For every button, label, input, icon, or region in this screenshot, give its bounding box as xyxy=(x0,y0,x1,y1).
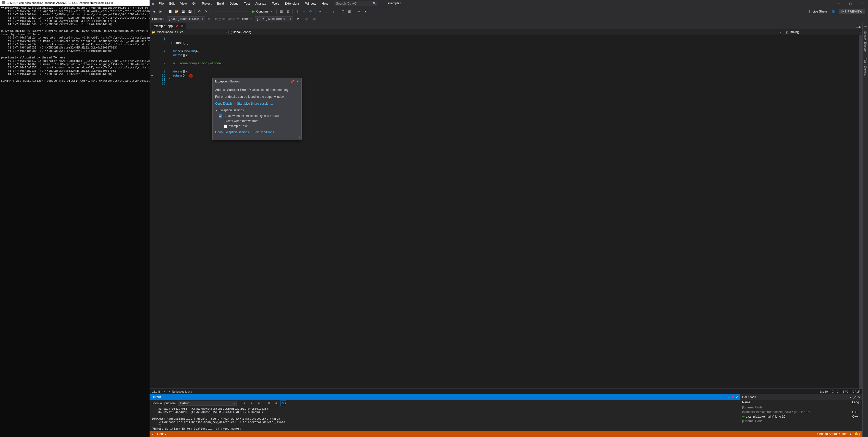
callstack-row[interactable]: ➜example1.exe!main() Line 10C++ xyxy=(740,414,862,419)
function-scope-combo[interactable]: ◧ main() ▾ xyxy=(783,30,862,34)
no-issues-indicator[interactable]: ●No issues found xyxy=(169,390,192,393)
close-icon[interactable]: ✕ xyxy=(736,396,738,399)
window-position-icon[interactable]: ▾ xyxy=(727,396,729,399)
col-name[interactable]: Name xyxy=(740,400,851,405)
clear-icon[interactable]: ✕ xyxy=(266,401,272,406)
menu-extensions[interactable]: Extensions xyxy=(282,1,302,6)
step-into-icon[interactable]: ↓ xyxy=(324,9,330,14)
copy-details-link[interactable]: Copy Details xyxy=(215,102,232,105)
edit-conditions-link[interactable]: Edit Conditions xyxy=(253,130,274,134)
menu-tools[interactable]: Tools xyxy=(269,1,281,6)
zoom-level[interactable]: 111 % xyxy=(152,390,160,393)
add-tab-icon[interactable]: ✚ xyxy=(858,26,861,29)
project-scope-combo[interactable]: 📁 Miscellaneous Files ▾ xyxy=(150,30,229,34)
pin-icon[interactable]: 📌 xyxy=(175,25,178,28)
menu-edit[interactable]: Edit xyxy=(167,1,177,6)
code-editor[interactable]: ➜ 123456789101112 ⊟int main() { int *x =… xyxy=(150,35,862,388)
process-combo[interactable]: [30008] example1.exe▾ xyxy=(167,16,205,22)
menu-debug[interactable]: Debug xyxy=(227,1,241,6)
pin-icon[interactable]: 📌 xyxy=(290,80,294,84)
debug-tool-icon[interactable]: ▦ xyxy=(278,9,284,14)
editor-scrollbar[interactable] xyxy=(859,35,862,388)
open-file-icon[interactable]: 📂 xyxy=(174,9,179,14)
break-when-checkbox[interactable]: Break when this exception type is thrown xyxy=(219,114,299,118)
tab-dropdown-icon[interactable]: ▾ xyxy=(856,26,858,29)
pin-icon[interactable]: 📌 xyxy=(731,396,734,399)
solution-explorer-tab[interactable]: Solution Explorer xyxy=(863,29,867,55)
menu-analyze[interactable]: Analyze xyxy=(253,1,269,6)
eol-indicator[interactable]: CRLF xyxy=(852,390,860,393)
exception-settings-header[interactable]: ▲ Exception Settings xyxy=(215,108,299,112)
output-text[interactable]: #3 0x7ff9641d7033 (C:\WINDOWS\System32\K… xyxy=(150,407,740,431)
add-source-control-button[interactable]: ↑Add to Source Control ▴ xyxy=(816,432,851,436)
liveshare-link[interactable]: Start Live Share session... xyxy=(237,102,273,105)
forward-button[interactable]: ▶ xyxy=(158,9,163,14)
step-over-icon[interactable]: → xyxy=(317,9,323,14)
menu-build[interactable]: Build xyxy=(215,1,227,6)
col-lang[interactable]: Lang xyxy=(851,400,862,405)
console-titlebar[interactable]: C:\MSDN\cpp-docs-pr\docs\c-language\ASAN… xyxy=(0,0,150,6)
error-marker-icon[interactable] xyxy=(189,74,193,77)
liveshare-button[interactable]: ⇪ Live Share xyxy=(806,10,830,13)
continue-button[interactable]: ▶ Continue ▾ xyxy=(250,9,275,14)
notifications-button[interactable]: 🔔2 xyxy=(855,432,860,436)
callstack-header[interactable]: Call Stack ▾ 📌 ✕ xyxy=(740,394,862,400)
except-module-checkbox[interactable]: example1.exe xyxy=(224,124,299,128)
menu-git[interactable]: Git xyxy=(190,1,199,6)
output-panel-header[interactable]: Output ▾ 📌 ✕ xyxy=(150,394,740,400)
find-tool-icon[interactable]: ≡ xyxy=(242,401,247,406)
callstack-row[interactable]: example1.exe!operator delete[](void * pt… xyxy=(740,410,862,414)
config-combo[interactable] xyxy=(213,11,230,12)
menu-test[interactable]: Test xyxy=(242,1,252,6)
thread-combo[interactable]: [28748] Main Thread▾ xyxy=(255,16,293,22)
window-position-icon[interactable]: ▾ xyxy=(850,396,851,399)
class-scope-combo[interactable]: (Global Scope) ▾ xyxy=(229,30,783,34)
redo-icon[interactable]: ↷ xyxy=(203,9,209,14)
save-all-icon[interactable]: 💾 xyxy=(187,9,193,14)
console-output[interactable]: ==30008==ERROR: AddressSanitizer: attemp… xyxy=(0,6,150,437)
find-tool-icon2[interactable]: ≡ xyxy=(249,401,254,406)
tool-icon2[interactable]: ◫ xyxy=(347,9,352,14)
output-source-combo[interactable]: Debug▾ xyxy=(178,401,237,406)
tool-icon[interactable]: C++ xyxy=(280,401,286,406)
menu-help[interactable]: Help xyxy=(319,1,331,6)
undo-icon[interactable]: ↶ xyxy=(196,9,202,14)
save-icon[interactable]: 💾 xyxy=(180,9,186,14)
wrap-icon[interactable]: ↲ xyxy=(273,401,279,406)
rail-options-icon[interactable]: ⋯ xyxy=(864,25,867,28)
open-exception-settings-link[interactable]: Open Exception Settings xyxy=(215,130,249,134)
find-tool-icon3[interactable]: ≡ xyxy=(256,401,261,406)
team-explorer-tab[interactable]: Team Explorer xyxy=(863,56,867,79)
stop-icon[interactable]: ■ xyxy=(301,9,307,14)
minimize-button[interactable]: — xyxy=(833,0,844,7)
flag-icon[interactable]: ⚑ xyxy=(296,16,301,22)
restart-icon[interactable]: ⟳ xyxy=(308,9,313,14)
indent-indicator[interactable]: SPC xyxy=(843,390,848,393)
new-file-icon[interactable]: 📄 xyxy=(167,9,173,14)
menu-view[interactable]: View xyxy=(178,1,189,6)
close-button[interactable]: ✕ xyxy=(856,0,868,7)
step-out-icon[interactable]: ↑ xyxy=(331,9,336,14)
code-text[interactable]: ⊟int main() { int *x = new int[42]; dele… xyxy=(169,35,859,388)
pause-icon[interactable]: ∥ xyxy=(294,9,300,14)
debug-tool-icon2[interactable]: ▦ xyxy=(285,9,291,14)
tab-close-icon[interactable]: ✕ xyxy=(181,24,184,28)
close-icon[interactable]: ✕ xyxy=(296,80,299,84)
account-icon[interactable]: 👤 xyxy=(831,9,836,14)
glyph-margin[interactable]: ➜ xyxy=(150,35,154,388)
maximize-button[interactable]: ▢ xyxy=(844,0,856,7)
tab-example1-cpp[interactable]: example1.cpp 📌 ✕ xyxy=(151,23,186,29)
tool-icon4[interactable]: ▾ xyxy=(363,9,368,14)
resize-grip-icon[interactable]: ◢ xyxy=(298,134,300,138)
callstack-row[interactable]: [External Code] xyxy=(740,405,862,410)
close-icon[interactable]: ✕ xyxy=(858,396,860,399)
tool-icon[interactable]: ◫ xyxy=(340,9,346,14)
menu-file[interactable]: File xyxy=(156,1,166,6)
zoom-dropdown-icon[interactable]: ▾ xyxy=(164,390,165,393)
menu-project[interactable]: Project xyxy=(199,1,214,6)
callstack-row[interactable]: [External Code] xyxy=(740,419,862,424)
platform-combo[interactable] xyxy=(231,11,249,12)
search-input[interactable]: Search (Ctrl+Q) 🔍 xyxy=(334,1,378,6)
tool-icon3[interactable]: ≡ xyxy=(356,9,362,14)
back-button[interactable]: ◀ xyxy=(151,9,157,14)
